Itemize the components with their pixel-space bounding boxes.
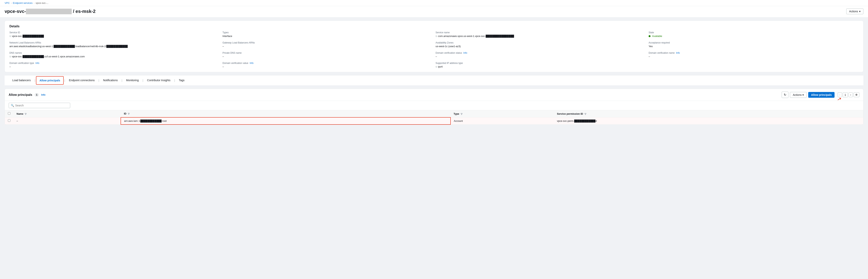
detail-domain-verification-name: Domain verification name Info – (649, 52, 859, 58)
col-name: Name ▽ (13, 110, 121, 117)
search-input[interactable] (15, 104, 68, 107)
detail-nlb-arns: Network Load Balancers ARNs arn:aws:elas… (9, 41, 219, 48)
detail-domain-verification-value: Domain verification value Info – (222, 62, 432, 68)
tab-endpoint-connections[interactable]: Endpoint connections (66, 76, 98, 84)
breadcrumb: VPC › Endpoint services › vpce-svc-... (0, 0, 868, 6)
tab-notifications[interactable]: Notifications (100, 76, 121, 84)
row-name-cell: – (13, 117, 121, 124)
detail-availability-zones: Availability Zones us-west-1c (usw1-az3) (436, 41, 646, 48)
details-heading: Details (9, 25, 859, 28)
allow-principals-button[interactable]: Allow principals (808, 92, 835, 98)
row-type-cell: Account (451, 117, 554, 124)
table-settings-button[interactable]: ⚙ (854, 92, 859, 97)
breadcrumb-sep-2: › (34, 2, 34, 4)
detail-service-id: Service ID ⧉ vpce-svc-████████████ (9, 31, 219, 37)
service-permission-id-filter-icon[interactable]: ▽ (585, 113, 586, 115)
detail-acceptance-required: Acceptance required Yes (649, 41, 859, 48)
tab-allow-principals[interactable]: Allow principals (36, 76, 63, 85)
section-actions: ↻ Actions ▾ Allow principals ↗ ‹ 1 › ⚙ (782, 91, 859, 98)
domain-verification-name-info-link[interactable]: Info (676, 52, 680, 54)
status-available-dot (649, 35, 651, 37)
id-filter-icon[interactable]: ▽ (128, 113, 129, 115)
domain-verification-value-info-link[interactable]: Info (250, 62, 253, 64)
search-input-wrap: 🔍 (9, 103, 70, 108)
search-icon: 🔍 (11, 104, 14, 107)
actions-button[interactable]: Actions ▾ (846, 8, 863, 14)
domain-verification-status-info-link[interactable]: Info (463, 52, 467, 54)
row-service-permission-id-cell: vpce-svc-perm-████████████d (554, 117, 863, 124)
col-checkbox (5, 110, 13, 117)
col-service-permission-id: Service permission ID ▽ (554, 110, 863, 117)
table-row: – arn:aws:iam::1████████████:root Accoun… (5, 117, 863, 124)
row-checkbox-cell (5, 117, 13, 124)
tabs-bar: Load balancers | Allow principals | Endp… (5, 75, 863, 86)
detail-dns-names: DNS names ⧉ vpce-svc-████████████.ccf.us… (9, 52, 219, 58)
chevron-down-icon: ▾ (802, 93, 804, 96)
detail-private-dns-name: Private DNS name – (222, 52, 432, 58)
tab-tags[interactable]: Tags (176, 76, 188, 84)
row-id-cell: arn:aws:iam::1████████████:root (121, 117, 451, 124)
search-bar: 🔍 (5, 101, 863, 110)
copy-icon-dns[interactable]: ⧉ (9, 55, 11, 58)
next-page-button[interactable]: › (848, 92, 853, 97)
detail-state: State Available (649, 31, 859, 37)
breadcrumb-sep-1: › (11, 2, 12, 4)
page-header: vpce-svc-██████████████ / es-msk-2 Actio… (0, 6, 868, 18)
section-info-link[interactable]: Info (41, 93, 45, 96)
allow-principals-section: Allow principals 1 Info ↻ Actions ▾ Allo… (5, 89, 863, 125)
detail-gateway-lb-arns: Gateway Load Balancers ARNs – (222, 41, 432, 48)
col-type: Type ▽ (451, 110, 554, 117)
select-all-checkbox[interactable] (8, 112, 10, 115)
detail-types: Types Interface (222, 31, 432, 37)
detail-domain-verification-type: Domain verification type Info – (9, 62, 219, 68)
detail-supported-ip: Supported IP address type ⧉ ipv4 (436, 62, 646, 68)
breadcrumb-vpc[interactable]: VPC (5, 2, 10, 4)
detail-service-name: Service name ⧉ com.amazonaws.vpce.us-wes… (436, 31, 646, 37)
prev-page-button[interactable]: ‹ (838, 92, 842, 97)
domain-verification-type-info-link[interactable]: Info (35, 62, 39, 64)
section-title: Allow principals 1 Info (9, 93, 45, 96)
refresh-button[interactable]: ↻ (782, 91, 788, 98)
breadcrumb-current: vpce-svc-... (36, 2, 48, 4)
detail-domain-verification-status: Domain verification status Info – (436, 52, 646, 58)
type-filter-icon[interactable]: ▽ (461, 113, 462, 115)
row-id-value: arn:aws:iam::1████████████:root (124, 119, 166, 122)
section-header: Allow principals 1 Info ↻ Actions ▾ Allo… (5, 89, 863, 101)
section-actions-button[interactable]: Actions ▾ (790, 92, 807, 98)
page-number: 1 (843, 92, 848, 97)
page-title: vpce-svc-██████████████ / es-msk-2 (5, 9, 96, 14)
principals-table: Name ▽ ID ▽ Type ▽ Service permission (5, 110, 863, 125)
copy-icon-service-name[interactable]: ⧉ (436, 35, 437, 37)
section-count-badge: 1 (35, 93, 39, 96)
copy-icon-service-id[interactable]: ⧉ (9, 35, 11, 37)
table-wrap: Name ▽ ID ▽ Type ▽ Service permission (5, 110, 863, 125)
row-checkbox[interactable] (8, 119, 10, 122)
details-card: Details Service ID ⧉ vpce-svc-██████████… (5, 21, 863, 72)
name-filter-icon[interactable]: ▽ (25, 113, 26, 115)
tab-load-balancers[interactable]: Load balancers (9, 76, 34, 84)
tab-monitoring[interactable]: Monitoring (123, 76, 142, 84)
breadcrumb-endpoint-services[interactable]: Endpoint services (13, 2, 33, 4)
chevron-down-icon: ▾ (859, 10, 861, 13)
col-id: ID ▽ (121, 110, 451, 117)
copy-icon-ipv4[interactable]: ⧉ (436, 65, 437, 68)
tab-contributor-insights[interactable]: Contributor Insights (144, 76, 174, 84)
